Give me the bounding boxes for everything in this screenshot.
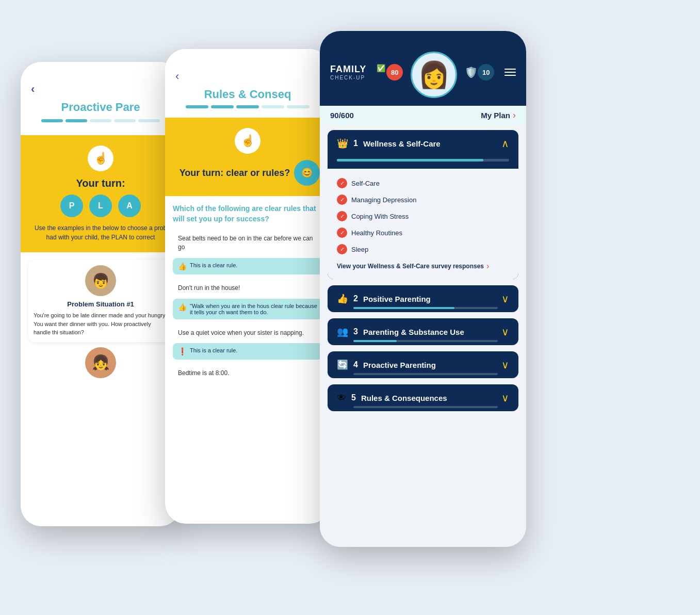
cat3-progress-fill [353,340,397,342]
logo-family-text: FAMILY [330,64,366,75]
prog-bar-1 [41,119,63,122]
phone2-your-turn: Your turn: clear or rules? [175,168,294,179]
cat4-progress-bar [353,373,498,375]
phone1-title: Proactive Pare [31,83,170,114]
cat1-title: Wellness & Self-Care [363,139,441,148]
phone2-avatar: 😊 [294,160,320,186]
phone2-questions: Which of the following are clear rules t… [165,196,330,392]
circle-l[interactable]: L [89,195,112,217]
cat4-left: 🔄 4 Proactive Parenting [337,359,436,370]
phone2-answer2: 👍 "Walk when you are in the hous clear r… [173,299,322,319]
stat-80-badge: 80 [386,64,403,80]
scene: ‹ Proactive Pare ☝ Your turn: P L [0,0,700,615]
crown-icon: 👑 [337,138,348,149]
phone3-screen: FAMILY CHECK-UP ✅ 80 👩 [320,31,526,547]
check-icon-depression: ✓ [337,195,347,205]
cat3-progress-bar [353,340,498,342]
circle-a[interactable]: A [118,195,141,217]
phone2-option2[interactable]: Don't run in the house! [173,280,322,297]
category-wellness[interactable]: 👑 1 Wellness & Self-Care ∧ ✓ Self-Care [328,130,518,279]
phone1-problem-text: You're going to be late dinner made and … [34,311,168,337]
p2-prog-5 [287,105,310,108]
phone2-answer3: ❗ This is a clear rule. [173,343,322,360]
phone2-option4[interactable]: Bedtime is at 8:00. [173,365,322,382]
logo-checkup-text: CHECK-UP [330,75,366,80]
my-plan-arrow-icon: › [513,110,516,121]
phone2-option3[interactable]: Use a quiet voice when your sister is na… [173,325,322,342]
cat1-progress-fill [337,159,483,161]
phone-rules: ‹ Rules & Conseq ☝ Your turn: clear or r… [165,49,330,524]
phone3-score-row: 90/600 My Plan › [320,106,526,125]
phone2-option1[interactable]: Seat belts need to be on in the car befo… [173,230,322,256]
touch-finger-icon-2: ☝ [241,134,255,148]
notch-2 [217,49,279,63]
view-survey-text: View your Wellness & Self-Care survey re… [337,263,484,270]
notch-3 [392,31,454,45]
phone1-your-turn: Your turn: [31,177,170,189]
my-plan-text: My Plan [481,111,510,120]
cat1-item-sleep: ✓ Sleep [337,241,509,257]
cat1-item-depression-label: Managing Depression [351,196,416,204]
cat4-num: 4 [353,360,358,369]
phone1-screen: ‹ Proactive Pare ☝ Your turn: P L [21,62,181,526]
touch-finger-icon: ☝ [94,152,108,165]
phone2-answer1-text: This is a clear rule. [190,262,237,268]
eye-icon: 👁 [337,393,346,403]
phone2-back-button[interactable]: ‹ [175,70,179,83]
stat-10: 🛡️ 10 [465,64,494,80]
view-survey-link[interactable]: View your Wellness & Self-Care survey re… [337,257,509,273]
thumbs-up-icon-2: 👍 [178,303,187,311]
phone2-touch-icon: ☝ [235,128,261,154]
cat1-item-stress-label: Coping With Stress [351,213,409,220]
cat3-title: Parenting & Substance Use [363,328,464,336]
stat-80: ✅ 80 [377,64,403,80]
phone2-answer2-text: "Walk when you are in the hous clear rul… [190,303,317,315]
chevron-down-icon-4: ∨ [501,359,509,371]
category-rules-consequences[interactable]: 👁 5 Rules & Consequences ∨ [328,384,518,411]
check-icon-stress: ✓ [337,211,347,221]
cat1-left: 👑 1 Wellness & Self-Care [337,138,441,149]
thumbsup-icon: 👍 [337,293,348,304]
chevron-down-icon-5: ∨ [501,392,509,404]
cat3-num: 3 [353,327,358,336]
my-plan-link[interactable]: My Plan › [481,110,516,121]
phone1-yellow-section: ☝ Your turn: P L A Use the examples in t… [21,135,181,252]
user-avatar-image: 👩 [418,60,450,90]
cat1-items: ✓ Self-Care ✓ Managing Depression ✓ Copi… [328,169,518,279]
phone2-title: Rules & Conseq [175,70,320,101]
phone2-yellow-section: ☝ Your turn: clear or rules? 😊 [165,118,330,196]
family-checkup-logo: FAMILY CHECK-UP [330,64,366,80]
prog-bar-2 [66,119,87,122]
chevron-down-icon-3: ∨ [501,326,509,338]
chevron-up-icon: ∧ [501,137,509,150]
p2-prog-2 [211,105,234,108]
phone3-stats: ✅ 80 👩 🛡️ 10 [377,46,494,98]
phone1-child-avatar: 👦 [85,265,116,296]
category-substance-use[interactable]: 👥 3 Parenting & Substance Use ∨ [328,318,518,345]
category-positive-parenting[interactable]: 👍 2 Positive Parenting ∨ [328,285,518,312]
cat5-num: 5 [351,393,356,402]
check-icon-routines: ✓ [337,228,347,238]
cat1-num: 1 [353,139,358,148]
chevron-down-icon-2: ∨ [501,293,509,305]
circle-p[interactable]: P [60,195,83,217]
survey-arrow-icon: › [486,262,489,271]
check-icon-sleep: ✓ [337,244,347,254]
phone1-problem-title: Problem Situation #1 [34,300,168,308]
phone2-screen: ‹ Rules & Conseq ☝ Your turn: clear or r… [165,49,330,524]
phone2-answer1: 👍 This is a clear rule. [173,258,322,274]
p2-prog-3 [236,105,259,108]
checkmark-badge-icon: ✅ [377,64,385,80]
cat1-header: 👑 1 Wellness & Self-Care ∧ [328,130,518,159]
phone1-back-button[interactable]: ‹ [31,83,35,96]
category-proactive-parenting[interactable]: 🔄 4 Proactive Parenting ∨ [328,351,518,378]
cat5-progress-bar [353,406,498,408]
prog-bar-5 [138,119,160,122]
user-avatar[interactable]: 👩 [411,52,457,98]
phone3-score: 90/600 [330,111,354,120]
check-icon-selfcare: ✓ [337,178,347,188]
cat1-item-sleep-label: Sleep [351,246,368,253]
cat4-title: Proactive Parenting [363,361,436,369]
cat5-left: 👁 5 Rules & Consequences [337,393,447,403]
hamburger-menu-button[interactable] [504,69,516,76]
